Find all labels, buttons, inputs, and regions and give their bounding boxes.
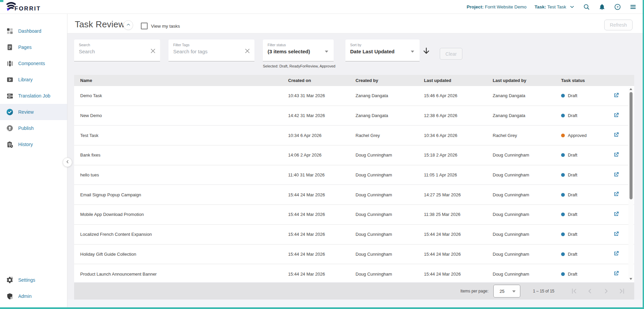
table-row[interactable]: New Demo 14:42 31 Mar 2026 Zanang Dangat… <box>74 106 634 126</box>
items-per-page-select[interactable]: 25 <box>493 285 520 298</box>
sidebar-item-publish[interactable]: Publish <box>0 120 67 136</box>
search-input[interactable] <box>79 49 146 54</box>
sort-by-select[interactable]: Sort by Date Last Updated <box>345 39 420 61</box>
next-page-button[interactable] <box>602 287 610 295</box>
status-label: Draft <box>568 152 577 158</box>
column-header-created-on: Created on <box>282 78 349 83</box>
scroll-up-icon[interactable] <box>630 88 632 90</box>
open-task-button[interactable] <box>613 132 620 138</box>
open-task-button[interactable] <box>613 151 620 158</box>
task-name-cell: hello tues <box>74 172 282 177</box>
status-label: Draft <box>568 93 577 98</box>
open-task-button[interactable] <box>613 191 620 198</box>
sidebar-item-translation-job[interactable]: Translation Job <box>0 88 67 104</box>
task-selector[interactable]: Task: Test Task <box>534 4 575 9</box>
project-label: Project: <box>467 4 484 9</box>
sidebar-item-settings[interactable]: Settings <box>0 272 67 288</box>
created-by-cell: Doug Cunningham <box>349 152 418 158</box>
sidebar-item-admin[interactable]: Admin <box>0 288 67 304</box>
tags-filter-label: Filter Tags <box>173 43 250 47</box>
sidebar-bottom-nav: Settings Admin <box>0 272 67 304</box>
help-icon[interactable]: ? <box>614 3 621 10</box>
created-by-cell: Doug Cunningham <box>349 192 418 197</box>
previous-page-button[interactable] <box>586 287 594 295</box>
scroll-down-icon[interactable] <box>630 278 632 280</box>
last-page-icon <box>618 287 625 295</box>
table-row[interactable]: Bank fixes 14:06 2 Apr 2026 Doug Cunning… <box>74 145 634 165</box>
open-in-new-icon <box>613 92 620 99</box>
clear-filters-button[interactable]: Clear <box>440 48 462 60</box>
last-page-button[interactable] <box>618 287 625 295</box>
status-selected-note: Selected: Draft, ReadyForReview, Approve… <box>263 64 335 68</box>
clear-search-icon[interactable] <box>149 47 157 55</box>
open-task-button[interactable] <box>613 250 620 257</box>
task-name-cell: Product Launch Announcement Banner <box>74 272 282 277</box>
sidebar-item-library[interactable]: Library <box>0 72 67 88</box>
table-scrollbar[interactable] <box>628 87 634 281</box>
sidebar-item-history[interactable]: History <box>0 136 67 152</box>
table-row[interactable]: Product Launch Announcement Banner 15:44… <box>74 264 634 282</box>
open-in-new-icon <box>613 270 620 277</box>
clear-tags-icon[interactable] <box>244 47 251 55</box>
table-row[interactable]: Mobile App Download Promotion 15:44 24 M… <box>74 205 634 225</box>
status-label: Draft <box>568 172 577 177</box>
collapse-panel-button[interactable] <box>123 20 133 30</box>
open-task-button[interactable] <box>613 171 620 178</box>
last-updated-cell: 14:27 25 Mar 2026 <box>418 192 487 197</box>
status-dot <box>561 232 565 236</box>
open-task-button[interactable] <box>613 92 620 99</box>
bottom-strip <box>67 300 644 309</box>
first-page-button[interactable] <box>571 287 578 295</box>
open-task-button[interactable] <box>613 230 620 237</box>
open-task-button[interactable] <box>613 112 620 118</box>
table-row[interactable]: Email Signup Popup Campaign 15:44 24 Mar… <box>74 185 634 205</box>
tags-input[interactable] <box>173 49 240 54</box>
sidebar-item-pages[interactable]: Pages <box>0 39 67 55</box>
status-filter-select[interactable]: Filter status (3 items selected) <box>263 39 334 61</box>
task-status-cell: Approved <box>555 133 612 138</box>
last-updated-cell: 11:38 25 Mar 2026 <box>418 212 487 217</box>
task-name-cell: New Demo <box>74 113 282 118</box>
tags-filter-card: Filter Tags <box>168 39 254 61</box>
table-row[interactable]: Test Task 10:34 6 Apr 2026 Rachel Grey 1… <box>74 125 634 145</box>
view-my-tasks-checkbox[interactable] <box>141 23 148 29</box>
open-task-button[interactable] <box>613 210 620 217</box>
column-header-name: Name <box>74 78 282 83</box>
task-status-cell: Draft <box>555 232 612 237</box>
pages-icon <box>6 44 13 51</box>
view-my-tasks-toggle[interactable]: View my tasks <box>141 23 180 29</box>
created-by-cell: Doug Cunningham <box>349 172 418 177</box>
created-by-cell: Doug Cunningham <box>349 252 418 257</box>
table-row[interactable]: hello tues 11:40 31 Mar 2026 Doug Cunnin… <box>74 165 634 185</box>
task-status-cell: Draft <box>555 113 612 118</box>
menu-icon[interactable] <box>629 3 637 10</box>
open-in-new-icon <box>613 191 620 197</box>
sidebar-item-review[interactable]: Review <box>0 104 67 120</box>
corner-accent-mark <box>0 0 3 2</box>
sort-direction-button[interactable] <box>422 47 431 55</box>
settings-icon <box>6 276 13 284</box>
table-row[interactable]: Demo Task 10:43 31 Mar 2026 Zanang Danga… <box>74 86 634 106</box>
sidebar-collapse-button[interactable] <box>63 158 72 167</box>
scrollbar-thumb[interactable] <box>630 92 633 199</box>
top-bar: FORRIT Project: Forrit Website Demo Task… <box>0 0 644 14</box>
table-row[interactable]: Holiday Gift Guide Collection 15:44 24 M… <box>74 245 634 264</box>
status-dot <box>561 114 565 117</box>
task-label: Task: <box>534 4 546 9</box>
status-label: Draft <box>568 192 577 197</box>
task-status-cell: Draft <box>555 212 612 217</box>
table-row[interactable]: Localized French Content Expansion 15:44… <box>74 225 634 245</box>
refresh-button[interactable]: Refresh <box>604 20 633 30</box>
notifications-icon[interactable] <box>598 3 606 10</box>
task-indicator: Task: Test Task <box>534 4 566 9</box>
sidebar-item-dashboard[interactable]: Dashboard <box>0 23 67 39</box>
search-icon[interactable] <box>583 3 590 10</box>
column-header-task-status: Task status <box>555 78 612 83</box>
open-task-button[interactable] <box>613 270 620 277</box>
status-dot <box>561 193 565 197</box>
created-on-cell: 15:44 24 Mar 2026 <box>282 252 349 257</box>
open-in-new-icon <box>613 132 620 138</box>
project-value: Forrit Website Demo <box>485 4 527 9</box>
column-header-created-by: Created by <box>349 78 418 83</box>
sidebar-item-components[interactable]: Components <box>0 55 67 72</box>
